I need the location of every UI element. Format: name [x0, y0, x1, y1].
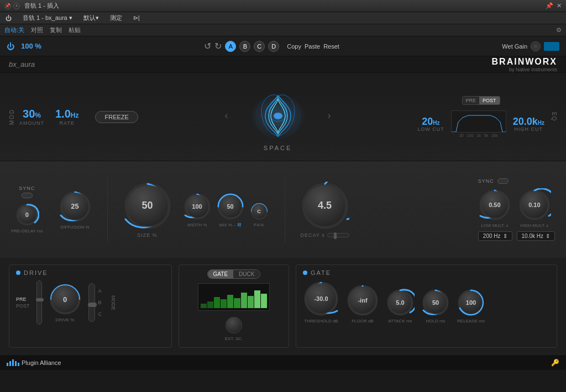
high-mult-knob[interactable]: 0.10	[518, 188, 551, 221]
space-next-button[interactable]: ›	[328, 110, 331, 121]
threshold-group: -30.0 THRESHOLD dB	[303, 280, 339, 324]
pre-post-selector[interactable]: PRE POST	[462, 96, 500, 105]
eq-main-row: 20Hz LOW CUT 20 100 1k 5k	[417, 110, 544, 137]
copy-btn[interactable]: 复制	[50, 26, 62, 34]
copy-text-btn[interactable]: Copy	[287, 43, 301, 50]
preset-c-button[interactable]: C	[254, 41, 265, 52]
pin-button[interactable]: 📌	[4, 3, 11, 9]
drive-slider[interactable]	[36, 280, 42, 325]
release-group: 100 RELEASE ms	[457, 288, 485, 324]
eq-freq-5k: 5k	[484, 134, 488, 137]
freq-selectors: 200 Hz ⇕ 10.0k Hz ⇕	[478, 231, 555, 241]
pre-btn[interactable]: PRE	[16, 296, 30, 302]
space-prev-button[interactable]: ‹	[225, 110, 228, 121]
compare-btn[interactable]: 对照	[31, 26, 43, 34]
space-animation	[242, 86, 314, 146]
brand-sub: by Native Instruments	[492, 67, 557, 72]
settings-icon[interactable]: ⚙	[556, 27, 562, 34]
footer: Plugin Alliance 🔑	[0, 354, 566, 370]
mode-slider[interactable]	[88, 283, 95, 322]
attack-group: 5.0 ATTACK ms	[386, 288, 415, 324]
floor-label: FLOOR dB	[352, 319, 374, 324]
eq-display[interactable]	[451, 110, 506, 133]
mod-controls: 30% AMOUNT 1.0Hz RATE	[19, 108, 78, 126]
mode-b: B	[98, 300, 102, 305]
pre-delay-label: PRE-DELAY ms	[11, 229, 43, 234]
sync-toggle-2[interactable]	[497, 178, 509, 184]
close-button[interactable]: ✕	[557, 2, 562, 9]
floor-group: -inf FLOOR dB	[346, 284, 379, 324]
gate-toggle-btn[interactable]: GATE	[208, 270, 233, 278]
paste-btn[interactable]: 粘贴	[69, 26, 81, 34]
preset-b-button[interactable]: B	[239, 41, 250, 52]
size-label: SIZE %	[137, 232, 158, 238]
paste-text-btn[interactable]: Paste	[305, 43, 320, 50]
bar-1	[7, 363, 8, 366]
size-knob[interactable]: 50	[123, 182, 172, 230]
gate-panel: GATE -30.0 THRESHOLD dB	[296, 264, 557, 348]
redo-button[interactable]: ↻	[214, 41, 222, 51]
decay-knob[interactable]: 4.5	[301, 182, 349, 230]
release-knob[interactable]: 100	[457, 288, 485, 317]
reset-text-btn[interactable]: Reset	[323, 43, 339, 50]
pre-delay-knob[interactable]: 0	[15, 203, 39, 227]
width-mix-pan-group: 100 WIDTH % 50 MIX % – ⛓	[183, 192, 269, 227]
high-mult-inner: 0.10	[521, 191, 548, 219]
menu-measure[interactable]: 测定	[108, 13, 124, 23]
mod-rate-unit: Hz	[71, 112, 79, 119]
preset-a-button[interactable]: A	[225, 41, 236, 52]
footer-brand: Plugin Alliance	[7, 359, 61, 366]
hold-knob[interactable]: 50	[421, 288, 450, 317]
duck-toggle-btn[interactable]: DUCK	[233, 270, 260, 278]
release-inner: 100	[459, 291, 483, 314]
level-bar-3	[214, 297, 220, 308]
menu-track[interactable]: ⏻	[3, 14, 14, 23]
drive-dot[interactable]	[16, 271, 20, 275]
post-btn[interactable]: POST	[16, 303, 30, 309]
pin-icon[interactable]: 📌	[546, 2, 553, 9]
decay-range-slider[interactable]	[327, 233, 349, 237]
mod-rate-label: RATE	[60, 120, 75, 126]
mix-knob[interactable]: 50	[216, 192, 245, 221]
bar-5	[18, 363, 19, 366]
sync2-row: SYNC	[478, 178, 555, 184]
mod-amount-value: 30%	[23, 108, 41, 119]
window-controls[interactable]: 📌 +	[4, 3, 20, 9]
menu-preset[interactable]: 音轨 1 - bx_aura ▾	[20, 13, 75, 23]
low-freq-selector[interactable]: 200 Hz ⇕	[478, 231, 512, 241]
menu-transport[interactable]: ⊳|	[131, 13, 142, 23]
pan-group: C PAN	[249, 202, 269, 227]
extsc-knob[interactable]	[224, 315, 244, 335]
level-bar-9	[254, 290, 260, 308]
power-button[interactable]: ⏻	[7, 42, 14, 51]
sub-menu-bar: 自动:关 对照 复制 粘贴 ⚙	[0, 24, 566, 36]
drive-knob[interactable]: 0	[49, 283, 82, 316]
footer-key-icon[interactable]: 🔑	[551, 359, 559, 367]
attack-knob[interactable]: 5.0	[386, 288, 415, 317]
diffusion-knob[interactable]: 25	[59, 190, 92, 223]
threshold-label: THRESHOLD dB	[304, 319, 338, 324]
width-group: 100 WIDTH %	[183, 192, 212, 227]
menu-default[interactable]: 默认▾	[81, 13, 101, 23]
eq-freq-labels: 20 100 1k 5k 20k	[459, 134, 498, 137]
level-bar-8	[248, 296, 254, 308]
pre-button[interactable]: PRE	[463, 97, 480, 104]
preset-d-button[interactable]: D	[268, 41, 279, 52]
title-right-controls[interactable]: 📌 ✕	[546, 2, 562, 9]
gate-dot[interactable]	[303, 271, 307, 275]
post-button[interactable]: POST	[479, 97, 500, 104]
threshold-knob[interactable]: -30.0	[303, 280, 339, 317]
add-button[interactable]: +	[13, 3, 20, 9]
sync-toggle-1[interactable]	[22, 193, 33, 198]
pan-knob[interactable]: C	[249, 202, 269, 221]
freeze-button[interactable]: FREEZE	[95, 111, 138, 123]
high-freq-selector[interactable]: 10.0k Hz ⇕	[517, 231, 555, 241]
wet-gain-knob[interactable]	[531, 41, 541, 51]
floor-knob[interactable]: -inf	[346, 284, 379, 317]
mult-knobs-row: 0.50 LOW MULT. x 0.10 HIGH MULT. x	[478, 188, 555, 228]
size-group: 50 SIZE %	[123, 182, 172, 238]
undo-button[interactable]: ↺	[204, 41, 211, 51]
low-mult-knob[interactable]: 0.50	[478, 188, 511, 221]
width-knob[interactable]: 100	[183, 192, 212, 221]
level-bars	[200, 285, 268, 309]
